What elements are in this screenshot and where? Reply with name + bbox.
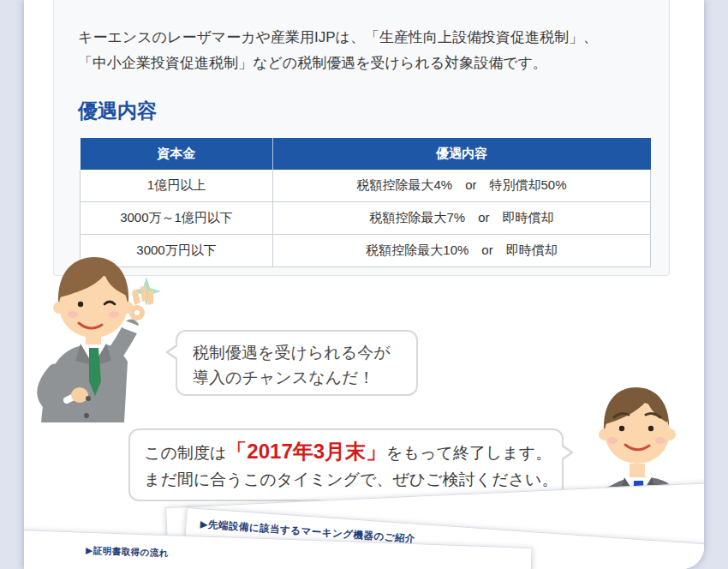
table-header-row: 資本金 優遇内容	[81, 138, 651, 170]
cell-benefit: 税額控除最大7% or 即時償却	[273, 202, 651, 235]
table-row: 3000万～1億円以下 税額控除最大7% or 即時償却	[81, 202, 651, 235]
speech-bubble-left: 税制優遇を受けられる今が導入のチャンスなんだ！	[176, 330, 418, 396]
intro-line-2: 「中小企業投資促進税制」などの税制優遇を受けられる対象設備です。	[78, 55, 547, 71]
speech-bubble-left-text: 税制優遇を受けられる今が導入のチャンスなんだ！	[193, 340, 416, 390]
deadline-highlight: 「2017年3月末」	[226, 440, 386, 463]
section-heading: 優遇内容	[78, 98, 157, 124]
column-header-capital: 資本金	[81, 138, 273, 170]
bubble-tail	[169, 345, 179, 359]
speech-bubble-right: この制度は「2017年3月末」をもって終了します。 まだ間に合うこのタイミングで…	[128, 428, 564, 501]
cell-benefit: 税額控除最大4% or 特別償却50%	[273, 170, 651, 202]
cell-benefit: 税額控除最大10% or 即時償却	[273, 235, 651, 267]
column-header-benefit: 優遇内容	[273, 138, 651, 170]
businessman-left-illustration	[26, 251, 168, 422]
info-card: キーエンスのレーザマーカや産業用IJPは、「生産性向上設備投資促進税制」、「中小…	[53, 0, 670, 276]
deadline-line: この制度は「2017年3月末」をもって終了します。	[144, 437, 562, 467]
intro-line-1: キーエンスのレーザマーカや産業用IJPは、「生産性向上設備投資促進税制」、	[78, 29, 598, 45]
table-row: 1億円以上 税額控除最大4% or 特別償却50%	[81, 170, 651, 202]
intro-text: キーエンスのレーザマーカや産業用IJPは、「生産性向上設備投資促進税制」、「中小…	[78, 25, 598, 76]
speech-bubble-right-text: この制度は「2017年3月末」をもって終了します。 まだ間に合うこのタイミングで…	[144, 437, 562, 493]
document-title: ▶証明書取得の流れ	[86, 545, 531, 569]
content-column: キーエンスのレーザマーカや産業用IJPは、「生産性向上設備投資促進税制」、「中小…	[24, 0, 704, 569]
page: キーエンスのレーザマーカや産業用IJPは、「生産性向上設備投資促進税制」、「中小…	[0, 0, 728, 569]
cell-capital: 3000万～1億円以下	[81, 202, 273, 235]
cell-capital: 1億円以上	[81, 170, 273, 202]
benefit-table: 資本金 優遇内容 1億円以上 税額控除最大4% or 特別償却50% 3000万…	[80, 138, 651, 267]
